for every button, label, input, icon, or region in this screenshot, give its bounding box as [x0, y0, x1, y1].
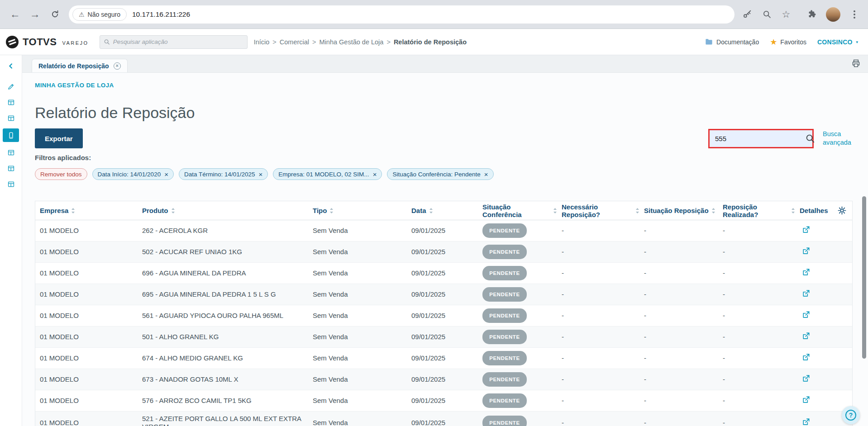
- details-external-link-icon[interactable]: [800, 374, 811, 383]
- browser-forward-button[interactable]: →: [26, 6, 43, 23]
- profile-avatar[interactable]: [826, 7, 840, 22]
- sidebar-active-module-icon[interactable]: [3, 128, 19, 142]
- details-external-link-icon[interactable]: [800, 225, 811, 234]
- sort-icon[interactable]: [171, 208, 175, 214]
- cell-reposicao-realizada: -: [718, 223, 795, 238]
- tab-strip: Relatório de Reposição ×: [22, 55, 868, 73]
- breadcrumb-item[interactable]: Início >: [254, 38, 280, 46]
- browser-menu-icon[interactable]: [849, 9, 860, 20]
- cell-empresa: 01 MODELO: [35, 308, 138, 323]
- sidebar-tools-pencil-icon[interactable]: [3, 81, 19, 92]
- section-link[interactable]: MINHA GESTÃO DE LOJA: [35, 82, 868, 89]
- extensions-icon[interactable]: [806, 9, 817, 20]
- app-search-box[interactable]: [100, 35, 248, 49]
- sidebar: [0, 55, 22, 426]
- column-header[interactable]: Tipo: [308, 207, 407, 214]
- logo-text: TOTVS: [23, 36, 57, 48]
- column-header[interactable]: Produto: [138, 207, 308, 214]
- sort-icon[interactable]: [791, 208, 795, 214]
- breadcrumb-item[interactable]: Comercial >: [280, 38, 320, 46]
- breadcrumb-item[interactable]: Minha Gestão de Loja >: [320, 38, 394, 46]
- details-external-link-icon[interactable]: [800, 289, 811, 298]
- cell-tipo: Sem Venda: [308, 416, 407, 426]
- cell-tipo: Sem Venda: [308, 351, 407, 365]
- chip-close-icon[interactable]: ×: [164, 171, 168, 178]
- details-external-link-icon[interactable]: [800, 246, 811, 256]
- table-row: 01 MODELO 695 - AGUA MINERAL DA PEDRA 1 …: [35, 284, 852, 305]
- vertical-scrollbar-thumb[interactable]: [862, 196, 866, 359]
- chip-close-icon[interactable]: ×: [484, 171, 488, 178]
- cell-situacao-conferencia: PENDENTE: [478, 241, 557, 262]
- sort-icon[interactable]: [635, 208, 639, 214]
- password-key-icon[interactable]: [742, 9, 753, 20]
- details-external-link-icon[interactable]: [800, 331, 811, 341]
- browser-back-button[interactable]: ←: [6, 6, 24, 23]
- sidebar-grid-icon-1[interactable]: [3, 97, 19, 108]
- table-row: 01 MODELO 696 - AGUA MINERAL DA PEDRA Se…: [35, 263, 852, 284]
- cell-situacao-reposicao: -: [639, 308, 718, 323]
- sidebar-grid-icon-5[interactable]: [3, 179, 19, 189]
- status-badge: PENDENTE: [482, 266, 527, 280]
- sidebar-grid-icon-3[interactable]: [3, 147, 19, 158]
- cell-produto: 673 - ANADOR GOTAS 10ML X: [138, 372, 308, 387]
- column-header[interactable]: Necessário Reposição?: [557, 203, 639, 218]
- tab-relatorio-de-reposicao[interactable]: Relatório de Reposição ×: [32, 59, 128, 72]
- favorites-link[interactable]: ★ Favoritos: [770, 38, 806, 46]
- cell-necessario-reposicao: -: [557, 351, 639, 365]
- chip-close-icon[interactable]: ×: [259, 171, 263, 178]
- column-header[interactable]: Empresa: [35, 207, 138, 214]
- column-header[interactable]: Data: [407, 207, 478, 214]
- sidebar-grid-icon-2[interactable]: [3, 113, 19, 123]
- column-header[interactable]: Situação Reposição: [639, 207, 718, 214]
- sidebar-collapse-chevron-icon[interactable]: [3, 61, 19, 71]
- sort-icon[interactable]: [429, 208, 433, 214]
- print-icon[interactable]: [851, 59, 861, 70]
- advanced-search-link[interactable]: Busca avançada: [823, 130, 853, 147]
- cell-reposicao-realizada: -: [718, 245, 795, 259]
- sidebar-grid-icon-4[interactable]: [3, 163, 19, 174]
- cell-empresa: 01 MODELO: [35, 330, 138, 344]
- column-header[interactable]: Reposição Realizada?: [718, 203, 795, 218]
- details-external-link-icon[interactable]: [800, 310, 811, 319]
- refresh-icon: [50, 9, 60, 19]
- browser-address-bar[interactable]: ⚠ Não seguro 10.171.16.211:226: [69, 5, 734, 24]
- details-external-link-icon[interactable]: [800, 353, 811, 362]
- details-external-link-icon[interactable]: [800, 417, 811, 426]
- breadcrumb-item[interactable]: Relatório de Reposição >: [394, 38, 467, 46]
- table-settings-gear-icon[interactable]: [838, 206, 846, 217]
- tab-close-icon[interactable]: ×: [114, 62, 121, 70]
- column-header[interactable]: Situação Conferência: [478, 203, 557, 218]
- zoom-icon[interactable]: [761, 9, 772, 20]
- chevron-down-icon: ▼: [855, 40, 859, 44]
- browser-refresh-button[interactable]: [46, 6, 63, 23]
- warning-icon: ⚠: [79, 11, 85, 18]
- page-title: Relatório de Reposição: [35, 103, 868, 122]
- sort-icon[interactable]: [711, 208, 715, 214]
- bookmark-star-icon[interactable]: ☆: [781, 9, 792, 20]
- cell-situacao-reposicao: -: [639, 266, 718, 280]
- column-header[interactable]: Detalhes: [795, 207, 843, 214]
- account-menu[interactable]: CONSINCO ▼: [817, 38, 859, 46]
- chip-close-icon[interactable]: ×: [373, 171, 377, 178]
- quick-search-button[interactable]: [805, 130, 815, 147]
- quick-search-input[interactable]: [710, 135, 805, 142]
- app-search-input[interactable]: [113, 38, 243, 45]
- sort-icon[interactable]: [553, 208, 557, 214]
- quick-search-box[interactable]: [710, 130, 812, 147]
- export-button[interactable]: Exportar: [35, 128, 83, 148]
- security-chip[interactable]: ⚠ Não seguro: [72, 8, 127, 21]
- sort-icon[interactable]: [71, 208, 75, 214]
- status-badge: PENDENTE: [482, 393, 527, 408]
- cell-produto: 502 - ACUCAR REF UNIAO 1KG: [138, 245, 308, 259]
- help-button[interactable]: ?: [842, 406, 860, 424]
- remove-all-filters-chip[interactable]: Remover todos: [35, 168, 87, 180]
- sort-icon[interactable]: [329, 208, 334, 214]
- details-external-link-icon[interactable]: [800, 395, 811, 404]
- status-badge: PENDENTE: [482, 287, 527, 302]
- tab-label: Relatório de Reposição: [38, 62, 109, 70]
- documentation-link[interactable]: Documentação: [705, 38, 759, 46]
- filter-chip: Data Término: 14/01/2025 ×: [179, 168, 268, 180]
- cell-necessario-reposicao: -: [557, 223, 639, 238]
- details-external-link-icon[interactable]: [800, 268, 811, 277]
- totvs-logo[interactable]: TOTVS VAREJO: [5, 35, 89, 49]
